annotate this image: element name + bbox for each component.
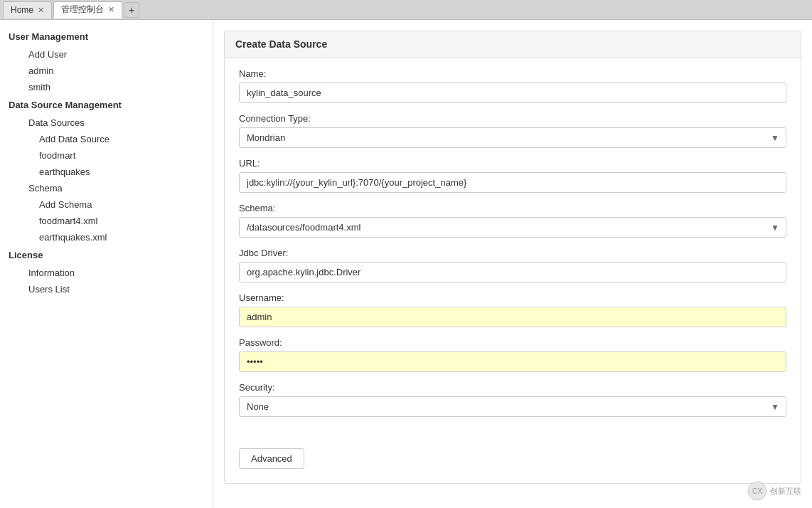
- security-group: Security: None Basic SSL ▼: [239, 382, 786, 417]
- sidebar-item-smith[interactable]: smith: [0, 79, 213, 95]
- tab-new-button[interactable]: +: [124, 2, 139, 18]
- sidebar-item-data-sources[interactable]: Data Sources: [0, 115, 213, 131]
- jdbc-driver-label: Jdbc Driver:: [239, 248, 786, 258]
- tab-admin-close[interactable]: ✕: [108, 5, 114, 14]
- form-title: Create Data Source: [225, 31, 801, 58]
- jdbc-driver-input[interactable]: [239, 262, 786, 282]
- security-label: Security:: [239, 382, 786, 393]
- schema-select-wrapper: /datasources/foodmart4.xml /datasources/…: [239, 217, 786, 238]
- sidebar-section-datasource-management: Data Source Management: [0, 95, 213, 115]
- schema-label: Schema:: [239, 203, 786, 213]
- tab-admin-label: 管理控制台: [61, 4, 104, 16]
- tab-bar: Home ✕ 管理控制台 ✕ +: [0, 0, 812, 20]
- connection-type-group: Connection Type: Mondrian JDBC XMLA ▼: [239, 113, 786, 148]
- main-layout: User Management Add User admin smith Dat…: [0, 20, 812, 508]
- username-label: Username:: [239, 292, 786, 303]
- url-label: URL:: [239, 158, 786, 169]
- username-group: Username:: [239, 292, 786, 327]
- schema-group: Schema: /datasources/foodmart4.xml /data…: [239, 203, 786, 238]
- connection-type-label: Connection Type:: [239, 113, 786, 124]
- sidebar-item-schema[interactable]: Schema: [0, 180, 213, 196]
- security-select-wrapper: None Basic SSL ▼: [239, 396, 786, 417]
- tab-admin[interactable]: 管理控制台 ✕: [53, 1, 122, 18]
- name-input[interactable]: [239, 83, 786, 103]
- jdbc-driver-group: Jdbc Driver:: [239, 248, 786, 282]
- schema-select[interactable]: /datasources/foodmart4.xml /datasources/…: [239, 217, 786, 238]
- password-label: Password:: [239, 337, 786, 348]
- sidebar-item-users-list[interactable]: Users List: [0, 281, 213, 297]
- password-group: Password:: [239, 337, 786, 372]
- sidebar-item-add-user[interactable]: Add User: [0, 46, 213, 63]
- footer-logo: CX 创新互联: [747, 481, 801, 501]
- brand-name: 创新互联: [770, 486, 801, 497]
- advanced-button[interactable]: Advanced: [239, 448, 304, 469]
- sidebar-item-earthquakes[interactable]: earthquakes: [0, 164, 213, 180]
- form-actions: Advanced: [225, 438, 801, 483]
- sidebar-item-add-data-source[interactable]: Add Data Source: [0, 131, 213, 147]
- connection-type-select-wrapper: Mondrian JDBC XMLA ▼: [239, 127, 786, 148]
- sidebar-section-user-management: User Management: [0, 27, 213, 46]
- password-input[interactable]: [239, 351, 786, 372]
- security-select[interactable]: None Basic SSL: [239, 396, 786, 417]
- sidebar: User Management Add User admin smith Dat…: [0, 20, 213, 508]
- create-datasource-form: Create Data Source Name: Connection Type…: [224, 31, 801, 484]
- svg-text:CX: CX: [752, 487, 762, 495]
- sidebar-item-add-schema[interactable]: Add Schema: [0, 196, 213, 213]
- sidebar-item-foodmart[interactable]: foodmart: [0, 147, 213, 164]
- url-group: URL:: [239, 158, 786, 193]
- tab-home-label: Home: [11, 5, 33, 15]
- name-label: Name:: [239, 68, 786, 79]
- brand-logo-icon: CX: [747, 481, 767, 501]
- sidebar-item-foodmart4-xml[interactable]: foodmart4.xml: [0, 213, 213, 229]
- tab-home-close[interactable]: ✕: [38, 6, 44, 15]
- url-input[interactable]: [239, 172, 786, 193]
- form-body: Name: Connection Type: Mondrian JDBC XML…: [225, 58, 801, 438]
- sidebar-item-earthquakes-xml[interactable]: earthquakes.xml: [0, 229, 213, 245]
- sidebar-item-admin[interactable]: admin: [0, 63, 213, 79]
- tab-home[interactable]: Home ✕: [3, 1, 52, 18]
- connection-type-select[interactable]: Mondrian JDBC XMLA: [239, 127, 786, 148]
- content-area: Create Data Source Name: Connection Type…: [213, 20, 812, 508]
- sidebar-section-license: License: [0, 245, 213, 265]
- name-group: Name:: [239, 68, 786, 103]
- username-input[interactable]: [239, 307, 786, 327]
- sidebar-item-information[interactable]: Information: [0, 265, 213, 281]
